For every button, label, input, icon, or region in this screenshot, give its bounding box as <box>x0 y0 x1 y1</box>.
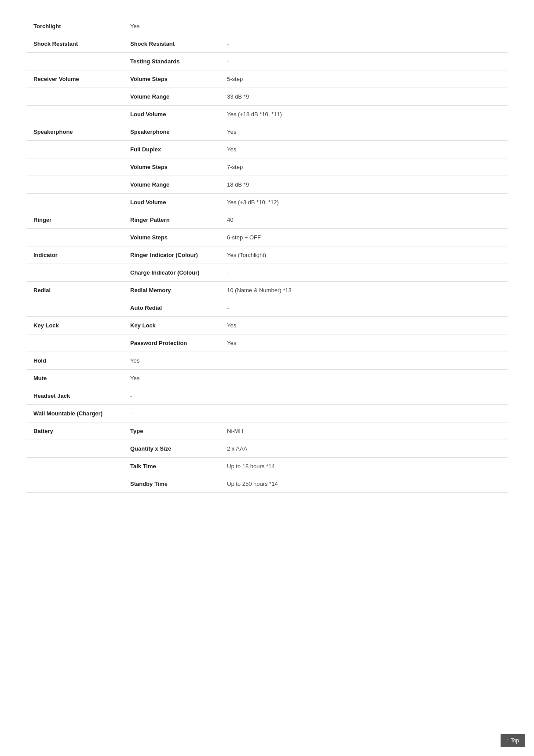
value-cell: - <box>220 53 508 70</box>
subcategory-cell: Quantity x Size <box>123 440 220 458</box>
category-cell: Indicator <box>26 246 123 264</box>
value-cell: - <box>123 387 508 405</box>
category-cell-empty <box>26 88 123 106</box>
table-row: Full DuplexYes <box>26 141 508 158</box>
table-row: Headset Jack- <box>26 387 508 405</box>
subcategory-cell: Volume Steps <box>123 158 220 176</box>
subcategory-cell: Loud Volume <box>123 194 220 211</box>
value-cell: Yes <box>123 370 508 387</box>
subcategory-cell: Speakerphone <box>123 123 220 141</box>
table-row: Volume Range33 dB *9 <box>26 88 508 106</box>
value-cell: Yes <box>220 334 508 352</box>
category-cell: Redial <box>26 282 123 299</box>
subcategory-cell: Charge Indicator (Colour) <box>123 264 220 282</box>
table-row: HoldYes <box>26 352 508 370</box>
subcategory-cell: Type <box>123 422 220 440</box>
category-cell-empty <box>26 299 123 317</box>
value-cell: Yes (+18 dB *10, *11) <box>220 106 508 123</box>
value-cell: 7-step <box>220 158 508 176</box>
subcategory-cell: Talk Time <box>123 458 220 475</box>
subcategory-cell: Testing Standards <box>123 53 220 70</box>
value-cell: Yes <box>123 18 508 35</box>
table-row: MuteYes <box>26 370 508 387</box>
table-row: Charge Indicator (Colour)- <box>26 264 508 282</box>
value-cell: Yes <box>220 123 508 141</box>
subcategory-cell: Volume Range <box>123 88 220 106</box>
subcategory-cell: Standby Time <box>123 475 220 493</box>
value-cell: Yes (Torchlight) <box>220 246 508 264</box>
table-row: Talk TimeUp to 18 hours *14 <box>26 458 508 475</box>
table-row: IndicatorRinger Indicator (Colour)Yes (T… <box>26 246 508 264</box>
table-row: Testing Standards- <box>26 53 508 70</box>
category-cell: Wall Mountable (Charger) <box>26 405 123 422</box>
table-row: Auto Redial- <box>26 299 508 317</box>
value-cell: 2 x AAA <box>220 440 508 458</box>
table-row: Standby TimeUp to 250 hours *14 <box>26 475 508 493</box>
value-cell: Ni-MH <box>220 422 508 440</box>
scroll-to-top-button[interactable]: ↑ Top <box>501 734 525 747</box>
category-cell-empty <box>26 106 123 123</box>
value-cell: 6-step + OFF <box>220 229 508 246</box>
subcategory-cell: Key Lock <box>123 317 220 334</box>
value-cell: 18 dB *9 <box>220 176 508 194</box>
subcategory-cell: Shock Resistant <box>123 35 220 53</box>
table-row: Volume Range18 dB *9 <box>26 176 508 194</box>
value-cell: 40 <box>220 211 508 229</box>
category-cell-empty <box>26 53 123 70</box>
value-cell: - <box>123 405 508 422</box>
category-cell: Key Lock <box>26 317 123 334</box>
page-container: TorchlightYesShock ResistantShock Resist… <box>0 0 534 510</box>
table-row: TorchlightYes <box>26 18 508 35</box>
category-cell-empty <box>26 194 123 211</box>
category-cell-empty <box>26 440 123 458</box>
subcategory-cell: Volume Steps <box>123 229 220 246</box>
subcategory-cell: Redial Memory <box>123 282 220 299</box>
table-row: Quantity x Size2 x AAA <box>26 440 508 458</box>
category-cell-empty <box>26 264 123 282</box>
value-cell: Up to 250 hours *14 <box>220 475 508 493</box>
value-cell: Yes <box>123 352 508 370</box>
value-cell: Yes <box>220 141 508 158</box>
category-cell: Receiver Volume <box>26 70 123 88</box>
table-row: Password ProtectionYes <box>26 334 508 352</box>
table-row: Key LockKey LockYes <box>26 317 508 334</box>
table-row: Shock ResistantShock Resistant- <box>26 35 508 53</box>
subcategory-cell: Loud Volume <box>123 106 220 123</box>
subcategory-cell: Full Duplex <box>123 141 220 158</box>
subcategory-cell: Auto Redial <box>123 299 220 317</box>
table-row: RingerRinger Pattern40 <box>26 211 508 229</box>
category-cell-empty <box>26 158 123 176</box>
subcategory-cell: Volume Steps <box>123 70 220 88</box>
category-cell-empty <box>26 475 123 493</box>
category-cell: Shock Resistant <box>26 35 123 53</box>
subcategory-cell: Volume Range <box>123 176 220 194</box>
subcategory-cell: Ringer Pattern <box>123 211 220 229</box>
value-cell: Up to 18 hours *14 <box>220 458 508 475</box>
value-cell: Yes <box>220 317 508 334</box>
category-cell: Mute <box>26 370 123 387</box>
category-cell-empty <box>26 176 123 194</box>
subcategory-cell: Password Protection <box>123 334 220 352</box>
value-cell: - <box>220 35 508 53</box>
category-cell: Hold <box>26 352 123 370</box>
value-cell: Yes (+3 dB *10, *12) <box>220 194 508 211</box>
category-cell: Battery <box>26 422 123 440</box>
category-cell-empty <box>26 141 123 158</box>
table-row: Receiver VolumeVolume Steps5-step <box>26 70 508 88</box>
value-cell: 10 (Name & Number) *13 <box>220 282 508 299</box>
category-cell-empty <box>26 458 123 475</box>
category-cell: Headset Jack <box>26 387 123 405</box>
category-cell: Torchlight <box>26 18 123 35</box>
table-row: SpeakerphoneSpeakerphoneYes <box>26 123 508 141</box>
subcategory-cell: Ringer Indicator (Colour) <box>123 246 220 264</box>
value-cell: - <box>220 299 508 317</box>
category-cell: Ringer <box>26 211 123 229</box>
category-cell-empty <box>26 229 123 246</box>
category-cell-empty <box>26 334 123 352</box>
spec-table: TorchlightYesShock ResistantShock Resist… <box>26 18 508 493</box>
category-cell: Speakerphone <box>26 123 123 141</box>
table-row: Loud VolumeYes (+18 dB *10, *11) <box>26 106 508 123</box>
table-row: BatteryTypeNi-MH <box>26 422 508 440</box>
value-cell: 5-step <box>220 70 508 88</box>
table-row: Loud VolumeYes (+3 dB *10, *12) <box>26 194 508 211</box>
